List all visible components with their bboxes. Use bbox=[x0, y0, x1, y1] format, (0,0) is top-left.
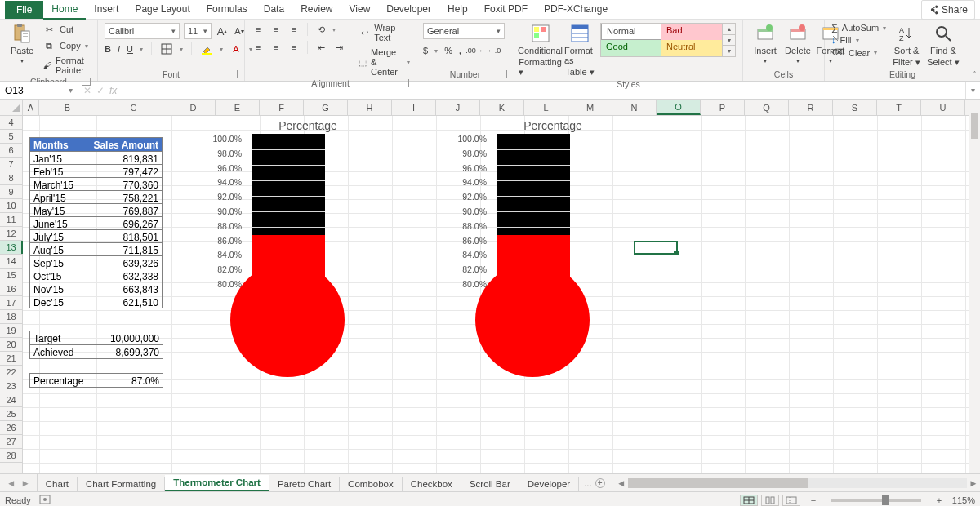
enter-formula-icon[interactable]: ✓ bbox=[96, 85, 105, 96]
col-header-J[interactable]: J bbox=[436, 100, 480, 115]
row-header-13[interactable]: 13 bbox=[0, 241, 22, 255]
col-header-B[interactable]: B bbox=[39, 100, 96, 115]
col-header-K[interactable]: K bbox=[480, 100, 524, 115]
cell-styles-gallery[interactable]: Normal Good Bad Neutral ▴▾▾ bbox=[600, 23, 736, 57]
borders-button[interactable] bbox=[160, 42, 173, 55]
select-all-corner[interactable] bbox=[0, 100, 23, 115]
thermometer-chart-1[interactable]: Percentage 100.0%98.0%96.0%94.0%92.0%90.… bbox=[206, 116, 410, 362]
row-header-25[interactable]: 25 bbox=[0, 407, 22, 421]
delete-cells-button[interactable]: Delete▾ bbox=[782, 23, 813, 64]
number-format-select[interactable]: General▾ bbox=[423, 23, 505, 39]
col-header-Q[interactable]: Q bbox=[745, 100, 789, 115]
clear-button[interactable]: ⌫Clear▾ bbox=[831, 47, 886, 58]
alignment-launcher[interactable] bbox=[401, 79, 409, 87]
font-color-button[interactable]: A bbox=[229, 42, 243, 55]
fx-icon[interactable]: fx bbox=[109, 85, 117, 96]
align-left-icon[interactable]: ≡ bbox=[252, 41, 265, 54]
format-as-table-button[interactable]: Format asTable ▾ bbox=[564, 23, 595, 78]
align-top-icon[interactable]: ≡ bbox=[252, 23, 265, 36]
increase-indent-icon[interactable]: ⇥ bbox=[332, 41, 345, 54]
tab-pdf-xchange[interactable]: PDF-XChange bbox=[536, 0, 616, 20]
font-name-select[interactable]: Calibri▾ bbox=[105, 23, 180, 39]
increase-decimal-icon[interactable]: .00→ bbox=[468, 44, 481, 57]
sheet-tab-thermometer-chart[interactable]: Thermometer Chart bbox=[165, 475, 270, 491]
row-header-23[interactable]: 23 bbox=[0, 380, 22, 393]
row-header-20[interactable]: 20 bbox=[0, 338, 22, 352]
view-page-break-icon[interactable] bbox=[782, 495, 800, 506]
bold-button[interactable]: B bbox=[105, 44, 111, 54]
name-box[interactable]: O13▾ bbox=[0, 82, 78, 99]
cut-button[interactable]: ✂Cut bbox=[42, 23, 91, 36]
row-header-27[interactable]: 27 bbox=[0, 435, 22, 449]
align-middle-icon[interactable]: ≡ bbox=[270, 23, 283, 36]
col-header-E[interactable]: E bbox=[216, 100, 260, 115]
tab-help[interactable]: Help bbox=[439, 0, 476, 20]
row-header-14[interactable]: 14 bbox=[0, 255, 22, 269]
col-header-C[interactable]: C bbox=[96, 100, 172, 115]
comma-button[interactable]: , bbox=[459, 46, 461, 55]
style-bad[interactable]: Bad bbox=[662, 24, 722, 40]
row-header-4[interactable]: 4 bbox=[0, 116, 22, 130]
sort-filter-button[interactable]: AZSort &Filter ▾ bbox=[891, 23, 922, 68]
col-header-D[interactable]: D bbox=[172, 100, 216, 115]
sheet-nav-next[interactable]: ► bbox=[20, 478, 29, 488]
share-button[interactable]: Share bbox=[921, 0, 975, 20]
row-header-10[interactable]: 10 bbox=[0, 199, 22, 213]
style-neutral[interactable]: Neutral bbox=[662, 40, 722, 56]
orientation-button[interactable]: ⟲ bbox=[314, 23, 327, 36]
row-header-28[interactable]: 28 bbox=[0, 449, 22, 463]
zoom-slider[interactable] bbox=[831, 499, 921, 502]
align-center-icon[interactable]: ≡ bbox=[270, 41, 283, 54]
format-painter-button[interactable]: 🖌Format Painter bbox=[42, 55, 91, 75]
add-sheet-icon[interactable]: + bbox=[595, 478, 605, 488]
sheet-tab-developer[interactable]: Developer bbox=[519, 477, 579, 491]
merge-center-button[interactable]: ⬚Merge & Center▾ bbox=[359, 47, 410, 77]
tab-view[interactable]: View bbox=[341, 0, 379, 20]
italic-button[interactable]: I bbox=[118, 44, 120, 54]
tab-file[interactable]: File bbox=[5, 1, 43, 19]
wrap-text-button[interactable]: ↩Wrap Text bbox=[359, 23, 410, 42]
find-select-button[interactable]: Find &Select ▾ bbox=[927, 23, 960, 68]
thermometer-chart-2[interactable]: Percentage 100.0%98.0%96.0%94.0%92.0%90.… bbox=[451, 116, 655, 362]
autosum-button[interactable]: ∑AutoSum▾ bbox=[831, 23, 886, 33]
tab-review[interactable]: Review bbox=[292, 0, 341, 20]
style-normal[interactable]: Normal bbox=[601, 24, 662, 40]
view-normal-icon[interactable] bbox=[740, 495, 758, 506]
font-size-select[interactable]: 11▾ bbox=[184, 23, 212, 39]
col-header-U[interactable]: U bbox=[921, 100, 965, 115]
zoom-out-button[interactable]: − bbox=[808, 495, 818, 505]
sheet-tab-combobox[interactable]: Combobox bbox=[340, 477, 403, 491]
col-header-T[interactable]: T bbox=[877, 100, 921, 115]
col-header-H[interactable]: H bbox=[348, 100, 392, 115]
row-header-11[interactable]: 11 bbox=[0, 213, 22, 227]
col-header-S[interactable]: S bbox=[833, 100, 877, 115]
align-right-icon[interactable]: ≡ bbox=[287, 41, 301, 54]
font-launcher[interactable] bbox=[229, 70, 238, 78]
fill-color-button[interactable] bbox=[200, 42, 213, 55]
expand-formula-bar[interactable]: ▾ bbox=[965, 82, 980, 99]
row-header-24[interactable]: 24 bbox=[0, 393, 22, 407]
insert-cells-button[interactable]: Insert▾ bbox=[750, 23, 781, 64]
decrease-font-icon[interactable]: A▾ bbox=[233, 24, 246, 38]
row-header-8[interactable]: 8 bbox=[0, 171, 22, 185]
tab-home[interactable]: Home bbox=[43, 0, 86, 20]
col-header-F[interactable]: F bbox=[260, 100, 304, 115]
row-header-21[interactable]: 21 bbox=[0, 352, 22, 366]
col-header-O[interactable]: O bbox=[657, 100, 701, 115]
underline-button[interactable]: U bbox=[127, 44, 133, 54]
col-header-A[interactable]: A bbox=[23, 100, 39, 115]
sheet-tab-chart[interactable]: Chart bbox=[38, 477, 78, 491]
sheet-tab-scroll-bar[interactable]: Scroll Bar bbox=[461, 477, 519, 491]
fill-button[interactable]: ↓Fill▾ bbox=[831, 35, 886, 45]
row-header-9[interactable]: 9 bbox=[0, 185, 22, 199]
row-header-22[interactable]: 22 bbox=[0, 366, 22, 380]
tab-data[interactable]: Data bbox=[256, 0, 292, 20]
percent-button[interactable]: % bbox=[444, 46, 452, 55]
horizontal-scrollbar[interactable]: ◄► bbox=[615, 474, 980, 491]
tab-formulas[interactable]: Formulas bbox=[198, 0, 256, 20]
col-header-I[interactable]: I bbox=[392, 100, 436, 115]
row-header-26[interactable]: 26 bbox=[0, 421, 22, 435]
active-cell[interactable] bbox=[634, 241, 678, 255]
sheet-more[interactable]: ...+ bbox=[579, 474, 610, 491]
row-header-5[interactable]: 5 bbox=[0, 130, 22, 144]
